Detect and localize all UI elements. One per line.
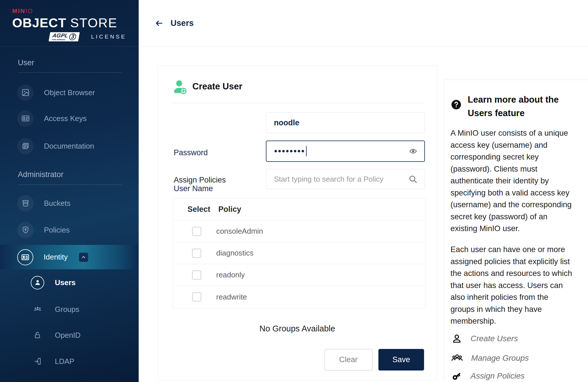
user-icon [451, 333, 463, 344]
sidebar: MINIO OBJECT STORE AGPLFree Software 3 L… [0, 0, 139, 382]
sidebar-item-object-browser[interactable]: Object Browser [0, 80, 139, 105]
page-title: Create User [192, 81, 242, 92]
sidebar-item-groups[interactable]: Groups [0, 296, 139, 322]
policies-icon [17, 222, 34, 238]
policy-name: consoleAdmin [216, 227, 263, 236]
table-row: readonly [173, 264, 425, 286]
sidebar-item-ldap[interactable]: LDAP [0, 348, 139, 374]
table-row: diagnostics [173, 242, 425, 264]
documentation-icon [17, 138, 34, 154]
policy-column-header: Policy [218, 205, 241, 214]
agpl-badge-icon: AGPLFree Software 3 [49, 32, 80, 41]
save-button[interactable]: Save [378, 349, 424, 371]
select-column-header: Select [187, 205, 210, 214]
back-arrow-icon[interactable] [154, 19, 164, 28]
sidebar-item-label: Documentation [44, 142, 94, 151]
policy-table-header: Select Policy [173, 198, 425, 220]
policy-name: readonly [216, 270, 245, 279]
key-icon [451, 370, 463, 382]
sidebar-item-access-keys[interactable]: Access Keys [0, 105, 139, 131]
no-groups-message: No Groups Available [158, 324, 437, 333]
sidebar-item-label: Identity [44, 253, 68, 262]
help-paragraph: A MinIO user consists of a unique access… [450, 127, 588, 235]
section-user: User [18, 58, 34, 67]
ldap-login-icon [31, 357, 44, 365]
policy-name: readwrite [216, 293, 247, 302]
search-icon [408, 174, 418, 184]
help-link-label: Assign Policies [471, 371, 525, 381]
form-actions: Clear Save [324, 349, 424, 371]
policy-checkbox[interactable] [192, 227, 201, 236]
help-panel: Learn more about the Users feature A Min… [444, 80, 588, 382]
openid-unlock-icon [31, 331, 44, 339]
help-link-label: Create Users [471, 334, 518, 343]
username-field[interactable]: noodle [266, 112, 425, 133]
sidebar-item-documentation[interactable]: Documentation [0, 133, 139, 159]
assign-policies-label: Assign Policies [174, 176, 226, 185]
buckets-icon [17, 195, 34, 212]
help-link-assign-policies[interactable]: Assign Policies [451, 368, 525, 382]
groups-icon [451, 352, 463, 364]
sidebar-item-identity[interactable]: Identity [0, 245, 139, 269]
username-value: noodle [274, 118, 299, 127]
help-link-label: Manage Groups [471, 354, 529, 363]
policy-name: diagnostics [216, 249, 254, 258]
divider [18, 72, 122, 73]
sidebar-item-label: Groups [55, 305, 79, 314]
policy-search-input[interactable]: Start typing to search for a Policy [266, 169, 425, 189]
minio-logo: MINIO OBJECT STORE AGPLFree Software 3 L… [0, 0, 139, 47]
text-caret [306, 146, 307, 156]
groups-icon [31, 305, 44, 314]
sidebar-item-label: Users [55, 278, 76, 287]
password-field[interactable]: •••••••• [266, 141, 425, 162]
policy-checkbox[interactable] [192, 249, 201, 258]
create-user-title-row: Create User [172, 79, 242, 94]
help-link-manage-groups[interactable]: Manage Groups [451, 351, 529, 366]
sidebar-item-label: Object Browser [44, 88, 95, 97]
help-paragraph: Each user can have one or more assigned … [450, 243, 588, 327]
password-value: •••••••• [274, 147, 305, 156]
identity-icon [17, 249, 33, 265]
policy-checkbox[interactable] [192, 292, 201, 302]
license-row: AGPLFree Software 3 LICENSE [12, 32, 127, 41]
breadcrumb-users[interactable]: Users [171, 18, 194, 28]
object-browser-icon [17, 85, 34, 101]
license-label: LICENSE [91, 34, 126, 40]
users-icon [31, 276, 44, 289]
create-user-card: Create User User Name noodle Password ••… [158, 66, 437, 381]
sidebar-item-openid[interactable]: OpenID [0, 322, 139, 348]
sidebar-item-buckets[interactable]: Buckets [0, 190, 139, 216]
minio-brand: MINIO [12, 7, 127, 14]
sidebar-item-users[interactable]: Users [0, 270, 139, 295]
clear-button[interactable]: Clear [324, 349, 372, 371]
help-link-create-users[interactable]: Create Users [451, 331, 518, 346]
help-header: Learn more about the Users feature [451, 93, 559, 120]
sidebar-item-label: Policies [44, 226, 70, 235]
section-administrator: Administrator [18, 170, 63, 179]
chevron-up-icon[interactable] [79, 253, 88, 262]
policy-table: Select Policy consoleAdmin diagnostics r… [173, 198, 426, 308]
eye-icon[interactable] [409, 147, 417, 156]
divider [18, 185, 122, 185]
access-keys-icon [17, 110, 34, 127]
policy-search-placeholder: Start typing to search for a Policy [274, 175, 384, 184]
product-name: OBJECT STORE [12, 16, 127, 30]
create-user-icon [172, 79, 187, 94]
password-label: Password [174, 148, 208, 157]
sidebar-item-label: Buckets [44, 199, 71, 208]
sidebar-item-label: LDAP [55, 357, 74, 366]
page-header: Users [139, 0, 588, 47]
username-label: User Name [174, 184, 213, 193]
sidebar-item-policies[interactable]: Policies [0, 217, 139, 243]
help-title: Learn more about the Users feature [468, 93, 559, 120]
sidebar-item-label: OpenID [55, 331, 81, 340]
sidebar-item-label: Access Keys [44, 114, 87, 123]
table-row: readwrite [173, 286, 425, 308]
divider [171, 103, 424, 103]
question-icon [451, 99, 461, 120]
policy-checkbox[interactable] [192, 270, 201, 280]
table-row: consoleAdmin [173, 220, 425, 242]
